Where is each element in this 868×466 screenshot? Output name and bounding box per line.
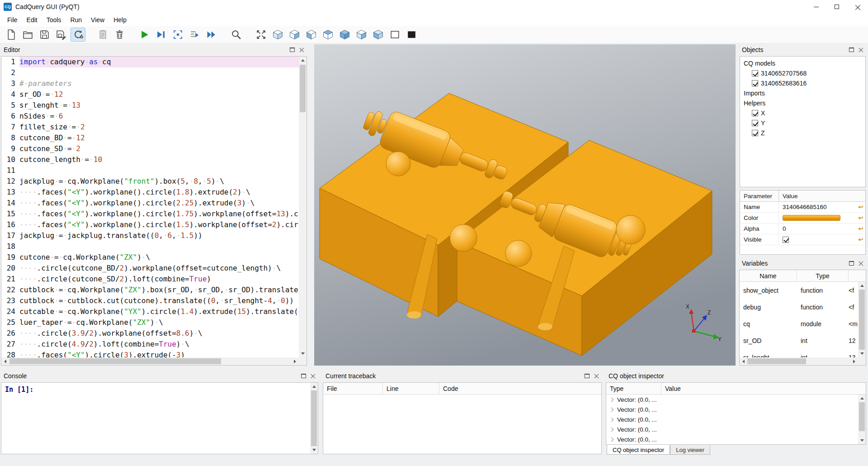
close-button[interactable]: [847, 0, 868, 14]
property-value[interactable]: [779, 215, 856, 221]
code-line-14[interactable]: 14····.faces("<Y").workplane().circle(2.…: [1, 198, 299, 209]
console-panel-titlebar[interactable]: Console: [0, 370, 319, 381]
scroll-down-button[interactable]: [858, 350, 866, 357]
inspector-row-3[interactable]: Vector: (0.0, ...: [606, 414, 858, 424]
scrollbar-thumb[interactable]: [747, 358, 806, 364]
file-column-header[interactable]: File: [323, 383, 383, 394]
code-line-21[interactable]: 21····.circle(cutcone_SD/2).loft(combine…: [1, 274, 299, 285]
reset-icon[interactable]: [856, 225, 865, 232]
value-column-header[interactable]: Value: [661, 383, 866, 394]
save-button[interactable]: [37, 28, 52, 42]
float-panel-icon[interactable]: [849, 261, 854, 266]
expand-icon[interactable]: [609, 397, 614, 402]
scroll-up-button[interactable]: [858, 395, 866, 402]
console-vertical-scrollbar[interactable]: [310, 383, 318, 454]
breakpoints-button[interactable]: [170, 28, 185, 42]
scroll-down-button[interactable]: [858, 437, 866, 444]
fit-view-button[interactable]: [254, 28, 269, 42]
view-top-button[interactable]: [354, 28, 369, 42]
code-line-22[interactable]: 22cutblock·=·cq.Workplane("ZX").box(sr_O…: [1, 285, 299, 295]
scroll-right-button[interactable]: [850, 357, 858, 365]
zoom-button[interactable]: [229, 28, 244, 42]
traceback-header[interactable]: File Line Code: [323, 383, 601, 395]
variable-row-sr-lenght[interactable]: sr_lenghtint13: [740, 349, 858, 357]
checkbox[interactable]: [752, 130, 758, 136]
checkbox[interactable]: [752, 70, 758, 76]
checkbox[interactable]: [752, 110, 758, 116]
float-panel-icon[interactable]: [290, 48, 295, 52]
checkbox[interactable]: [752, 80, 758, 86]
variables-header[interactable]: Name Type: [740, 270, 866, 282]
expand-icon[interactable]: [609, 437, 614, 442]
reset-icon[interactable]: [856, 214, 865, 221]
inspector-row-1[interactable]: Vector: (0.0, ...: [606, 395, 858, 404]
scroll-down-button[interactable]: [299, 350, 307, 357]
variable-row-cq[interactable]: cqmodule<m: [740, 315, 858, 332]
variable-row-sr-od[interactable]: sr_ODint12: [740, 332, 858, 349]
property-value[interactable]: 0: [779, 225, 856, 232]
scrollbar-thumb[interactable]: [859, 402, 865, 431]
menu-item-help[interactable]: Help: [109, 14, 131, 25]
reset-icon[interactable]: [856, 204, 865, 210]
expand-icon[interactable]: [609, 407, 614, 412]
maximize-button[interactable]: [826, 0, 847, 14]
view-bottom-button[interactable]: [371, 28, 386, 42]
menu-item-tools[interactable]: Tools: [42, 14, 66, 25]
reload-button[interactable]: [71, 28, 85, 42]
scroll-right-button[interactable]: [291, 357, 299, 365]
property-value[interactable]: 3140646685160: [779, 204, 856, 210]
close-panel-icon[interactable]: [594, 373, 599, 378]
tree-group-helpers[interactable]: Helpers: [740, 98, 865, 108]
code-line-18[interactable]: 18: [1, 241, 299, 252]
color-swatch[interactable]: [783, 215, 840, 221]
view-left-button[interactable]: [304, 28, 319, 42]
paste-button[interactable]: [95, 28, 110, 42]
shaded-view-button[interactable]: [404, 28, 419, 42]
code-line-7[interactable]: 7fillet_size·=·2: [1, 122, 299, 133]
checkbox[interactable]: [752, 120, 758, 126]
scroll-up-button[interactable]: [299, 57, 307, 64]
code-line-23[interactable]: 23cutblock·=·cutblock.cut(cutcone).trans…: [1, 295, 299, 306]
code-column-header[interactable]: Code: [439, 383, 601, 394]
tree-group-cq-models[interactable]: CQ models: [740, 58, 865, 68]
code-line-5[interactable]: 5sr_lenght·=·13: [1, 100, 299, 111]
code-line-11[interactable]: 11: [1, 165, 299, 176]
editor-horizontal-scrollbar[interactable]: [1, 357, 299, 365]
code-line-4[interactable]: 4sr_OD·=·12: [1, 89, 299, 100]
view-back-button[interactable]: [337, 28, 352, 42]
editor-panel-titlebar[interactable]: Editor: [0, 44, 308, 55]
close-panel-icon[interactable]: [299, 47, 304, 52]
inspector-row-4[interactable]: Vector: (0.0, ...: [606, 424, 858, 434]
run-button[interactable]: [137, 28, 152, 42]
code-line-28[interactable]: 28····.faces("<Y").circle(3).extrude(-3): [1, 350, 299, 357]
variables-horizontal-scrollbar[interactable]: [740, 357, 858, 365]
code-line-25[interactable]: 25luer_taper·=·cq.Workplane("ZX")·\: [1, 317, 299, 328]
type-column-header[interactable]: Type: [797, 270, 849, 281]
float-panel-icon[interactable]: [301, 374, 306, 378]
close-panel-icon[interactable]: [859, 261, 863, 266]
code-line-27[interactable]: 27····.circle(4.9/2).loft(combine=True)·…: [1, 339, 299, 350]
objects-panel-titlebar[interactable]: Objects: [738, 44, 867, 55]
ortho-view-button[interactable]: [387, 28, 402, 42]
code-line-13[interactable]: 13····.faces("<Y").workplane().circle(1.…: [1, 187, 299, 198]
debug-button[interactable]: [154, 28, 169, 42]
code-line-12[interactable]: 12jackplug·=·cq.Workplane("front").box(5…: [1, 176, 299, 187]
close-panel-icon[interactable]: [311, 373, 316, 378]
view-right-button[interactable]: [287, 28, 302, 42]
3d-viewport[interactable]: X Y Z: [314, 44, 736, 366]
inspector-vertical-scrollbar[interactable]: [858, 395, 866, 444]
code-line-10[interactable]: 10cutcone_length·=·10: [1, 154, 299, 165]
code-editor[interactable]: 1import·cadquery·as·cq23#·parameters4sr_…: [1, 56, 307, 366]
inspector-row-5[interactable]: Vector: (0.0, ...: [606, 434, 858, 444]
code-line-2[interactable]: 2: [1, 67, 299, 78]
properties-header[interactable]: Parameter Value: [740, 190, 865, 202]
code-line-26[interactable]: 26····.circle(3.9/2).workplane(offset=8.…: [1, 328, 299, 339]
property-value[interactable]: [779, 237, 856, 243]
variable-row-debug[interactable]: debugfunction<f: [740, 299, 858, 315]
tree-group-imports[interactable]: Imports: [740, 88, 865, 98]
tree-item-3140652683616[interactable]: 3140652683616: [740, 78, 865, 88]
save-as-button[interactable]: [54, 28, 69, 42]
code-line-6[interactable]: 6nSides·=·6: [1, 111, 299, 122]
tree-item-z[interactable]: Z: [740, 128, 865, 138]
code-line-8[interactable]: 8cutcone_BD·=·12: [1, 133, 299, 143]
